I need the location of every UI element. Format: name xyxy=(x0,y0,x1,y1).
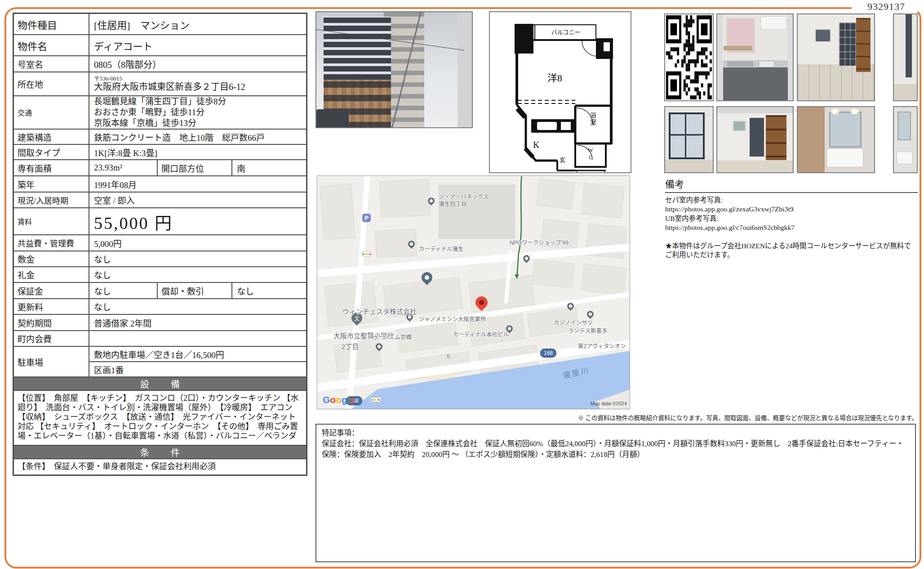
washbasin xyxy=(826,148,863,167)
row-management-fee: 共益費・管理費 5,000円 xyxy=(14,234,306,251)
room-label: 洋8 xyxy=(547,70,562,84)
row-guarantee: 保証金 なし 償却・敷引 なし xyxy=(14,282,306,298)
row-value: ディアコート xyxy=(89,35,306,55)
row-built-year: 築年 1991年08月 xyxy=(14,175,306,192)
row-key-money: 礼金 なし xyxy=(14,266,306,282)
google-logo: Google xyxy=(323,394,355,405)
parking-icon: P xyxy=(362,214,371,222)
remarks-section: 備考 セパ室内参考写真: https://photos.app.goo.gl/z… xyxy=(665,177,918,260)
row-rent: 賃料 55,000 円 xyxy=(14,207,306,234)
house-number: 5 xyxy=(447,353,450,360)
address-value: 大阪府大阪市城東区新喜多２丁目6-12 xyxy=(94,82,245,92)
small-window xyxy=(815,29,831,42)
qr-code xyxy=(664,13,714,101)
photo-matte xyxy=(458,12,472,127)
amortization-value: なし xyxy=(232,283,306,298)
map-label-deuxieme: ドゥージエム京橋 xyxy=(367,332,412,341)
row-property-type: 物件種目 [住居用] マンション xyxy=(14,14,306,34)
row-value: [住居用] マンション xyxy=(89,14,306,34)
remarks-line: セパ室内参考写真: xyxy=(665,196,918,205)
photo-matte xyxy=(717,107,793,113)
row-value xyxy=(89,331,306,346)
row-room-number: 号室名 0805（8階部分） xyxy=(14,55,306,72)
bath-label: 浴室 xyxy=(588,112,597,126)
row-layout: 間取タイプ 1K[洋:8畳 K:3畳] xyxy=(14,144,306,159)
balcony-label: バルコニー xyxy=(537,27,595,36)
row-label: 所在地 xyxy=(14,72,89,95)
row-structure: 建築構造 鉄筋コンクリート造 地上10階 総戸数66戸 xyxy=(14,129,306,144)
washbasin-photo xyxy=(797,106,875,173)
row-area: 専有面積 23.93m² 開口部方位 南 xyxy=(14,159,306,175)
facing-value: 南 xyxy=(232,160,306,175)
ac-unit xyxy=(760,16,786,30)
property-table: 物件種目 [住居用] マンション 物件名 ディアコート 号室名 0805（8階部… xyxy=(13,13,307,476)
special-notes-box: 特記事項： 保証会社：保証会社利用必須 全保連株式会社 保証人無初回60%（最低… xyxy=(315,424,916,562)
row-value: 0805（8階部分） xyxy=(89,56,306,72)
disclaimer: ※ この資料は物件の概略紹介資料になります。写真、間取図面、設備、概要などが現況… xyxy=(315,413,918,422)
closet-room-photo xyxy=(716,106,794,173)
floor xyxy=(665,160,713,172)
dark-door xyxy=(750,118,764,157)
map-label-janome: ジャノメミシン大阪営業所 xyxy=(419,314,486,323)
row-property-name: 物件名 ディアコート xyxy=(14,34,306,55)
remarks-divider xyxy=(665,192,918,193)
special-notes-title: 特記事項： xyxy=(322,428,910,439)
mirror xyxy=(829,112,862,148)
row-label: 築年 xyxy=(14,176,89,192)
strip-basin xyxy=(897,152,913,164)
row-town-fee: 町内会費 xyxy=(14,330,306,346)
map-label-winchester: ウィンチェスタ株式会社 xyxy=(342,306,417,316)
row-value: 普通借家 2年間 xyxy=(89,315,306,330)
equipment-text: 【位置】 角部屋 【キッチン】 ガスコンロ（2口）・カウンターキッチン 【水廻り… xyxy=(14,390,306,445)
row-label: 物件種目 xyxy=(14,14,89,34)
small-window xyxy=(733,121,746,131)
page-id-number: 9329137 xyxy=(867,1,905,13)
row-renewal-fee: 更新料 なし xyxy=(14,298,306,314)
open-closet xyxy=(766,115,786,160)
remarks-photo-url-2[interactable]: https://photos.app.goo.gl/c7oui6smS2cbhg… xyxy=(665,223,918,232)
row-access: 交通 長堀鶴見線「蒲生四丁目」徒歩8分 おおさか東「鴫野」徒歩11分 京阪本線「… xyxy=(14,95,306,129)
map-label-urbannex-2: 蒲生四丁目 xyxy=(439,199,467,208)
area-value: 23.93m² xyxy=(89,160,158,175)
building-upper xyxy=(324,17,391,80)
floor-plan: バルコニー 洋8 浴室 K 玄 WC xyxy=(489,11,631,173)
building-exterior-photo xyxy=(315,11,473,128)
row-label: 更新料 xyxy=(14,299,89,314)
row-deposit: 敷金 なし xyxy=(14,251,306,266)
access-line: 京阪本線「京橋」徒歩13分 xyxy=(94,118,196,129)
remarks-line: UB室内参考写真: xyxy=(665,214,918,223)
row-label: 現況/入居時期 xyxy=(14,193,89,207)
room-photo-strip-1 xyxy=(893,13,918,101)
traffic-light-icon xyxy=(361,251,372,256)
row-value: 空室 / 即入 xyxy=(89,193,306,207)
row-label: 契約期間 xyxy=(14,315,89,330)
remarks-callcenter-note: ★本物件はグループ会社HOZENによる24時間コールセンターサービスが無料でご利… xyxy=(665,242,918,260)
row-parking: 駐車場 敷地内駐車場／空き1台／16,500円 区画1番 xyxy=(14,346,306,376)
parking-line: 敷地内駐車場／空き1台／16,500円 xyxy=(89,347,306,361)
equipment-header: 設 備 xyxy=(14,376,306,390)
rent-value: 55,000 円 xyxy=(89,208,306,234)
row-label: 号室名 xyxy=(14,56,89,72)
route-shield: 168 xyxy=(540,349,556,358)
map-label-lantes: ランテス新喜多 xyxy=(568,326,608,335)
row-label: 駐車場 xyxy=(14,347,89,376)
entry-label: 玄 xyxy=(560,155,565,164)
access-line: おおさか東「鴫野」徒歩11分 xyxy=(94,107,204,118)
map-label-school-2: 2丁目 xyxy=(342,341,359,351)
guarantee-value: なし xyxy=(89,283,158,298)
side-wall xyxy=(798,107,825,172)
map-label-cardinal-gamo: カーディナル蒲生 xyxy=(419,244,463,253)
row-label-2: 償却・敷引 xyxy=(158,283,232,298)
postal-code: 〒536-0015 xyxy=(94,76,122,82)
balcony-window xyxy=(669,112,705,159)
kitchen-shelf xyxy=(724,46,752,50)
row-value: 5,000円 xyxy=(89,235,306,251)
remarks-photo-url-1[interactable]: https://photos.app.goo.gl/zexaG3vxwj7Zbi… xyxy=(665,205,918,214)
strip-door-frame xyxy=(906,14,912,77)
map-copyright: Map data ©2024 xyxy=(591,401,627,406)
qr-pattern xyxy=(666,15,712,99)
wc-label: WC xyxy=(587,147,594,161)
spacer xyxy=(665,233,918,242)
row-label: 町内会費 xyxy=(14,331,89,346)
glass-door xyxy=(839,22,856,66)
